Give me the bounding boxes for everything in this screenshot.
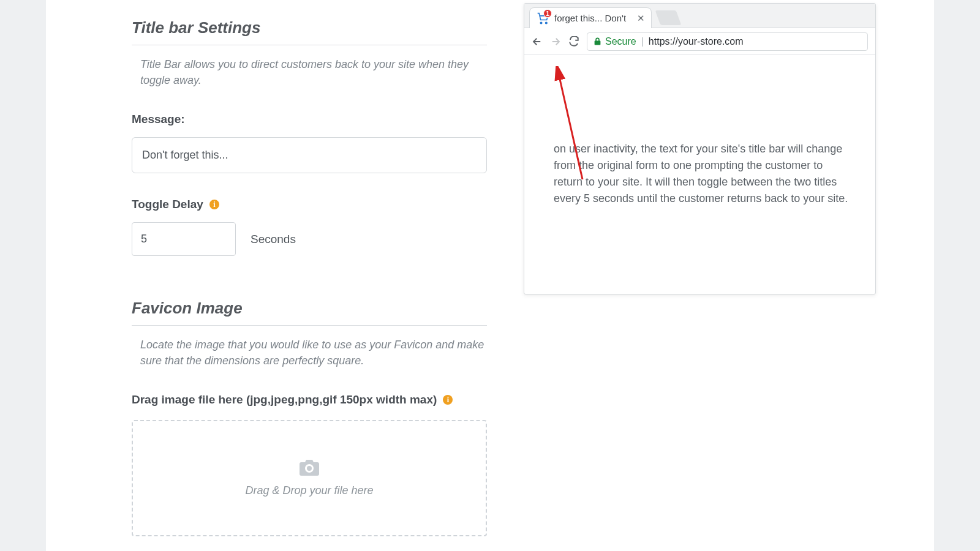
browser-tab: 1 forget this... Don't ✕ bbox=[529, 7, 652, 28]
browser-address-bar: Secure | https://your-store.com bbox=[524, 28, 875, 55]
secure-indicator: Secure bbox=[594, 36, 636, 47]
toggle-delay-unit: Seconds bbox=[251, 233, 296, 246]
browser-preview: 1 forget this... Don't ✕ bbox=[524, 3, 876, 294]
browser-url: https://your-store.com bbox=[649, 36, 744, 47]
favicon-heading: Favicon Image bbox=[132, 299, 487, 326]
favicon-description: Locate the image that you would like to … bbox=[132, 337, 487, 369]
lock-icon bbox=[594, 37, 601, 46]
titlebar-settings-heading: Title bar Settings bbox=[132, 18, 487, 45]
svg-point-0 bbox=[540, 22, 542, 24]
browser-tab-title: forget this... Don't bbox=[554, 13, 632, 23]
message-input[interactable] bbox=[132, 137, 487, 173]
drag-image-label: Drag image file here (jpg,jpeg,png,gif 1… bbox=[132, 393, 437, 407]
cart-icon: 1 bbox=[536, 12, 549, 25]
dropzone-text: Drag & Drop your file here bbox=[245, 484, 373, 497]
info-icon[interactable]: i bbox=[443, 395, 453, 405]
svg-point-1 bbox=[546, 22, 548, 24]
preview-explanation: on user inactivity, the text for your si… bbox=[554, 141, 851, 207]
toggle-delay-label: Toggle Delay bbox=[132, 198, 203, 211]
camera-icon bbox=[300, 460, 319, 478]
forward-icon bbox=[550, 36, 561, 47]
favicon-badge: 1 bbox=[543, 9, 552, 18]
close-icon: ✕ bbox=[637, 13, 645, 23]
titlebar-settings-description: Title Bar allows you to direct customers… bbox=[132, 56, 487, 88]
message-label: Message: bbox=[132, 113, 487, 126]
back-icon bbox=[532, 36, 543, 47]
favicon-dropzone[interactable]: Drag & Drop your file here bbox=[132, 420, 487, 536]
toggle-delay-input[interactable] bbox=[132, 222, 236, 256]
new-tab-button bbox=[655, 10, 682, 25]
browser-omnibox: Secure | https://your-store.com bbox=[587, 32, 868, 51]
reload-icon bbox=[568, 36, 579, 47]
omnibox-divider: | bbox=[641, 36, 644, 47]
info-icon[interactable]: i bbox=[209, 200, 219, 209]
browser-tab-strip: 1 forget this... Don't ✕ bbox=[524, 4, 875, 28]
